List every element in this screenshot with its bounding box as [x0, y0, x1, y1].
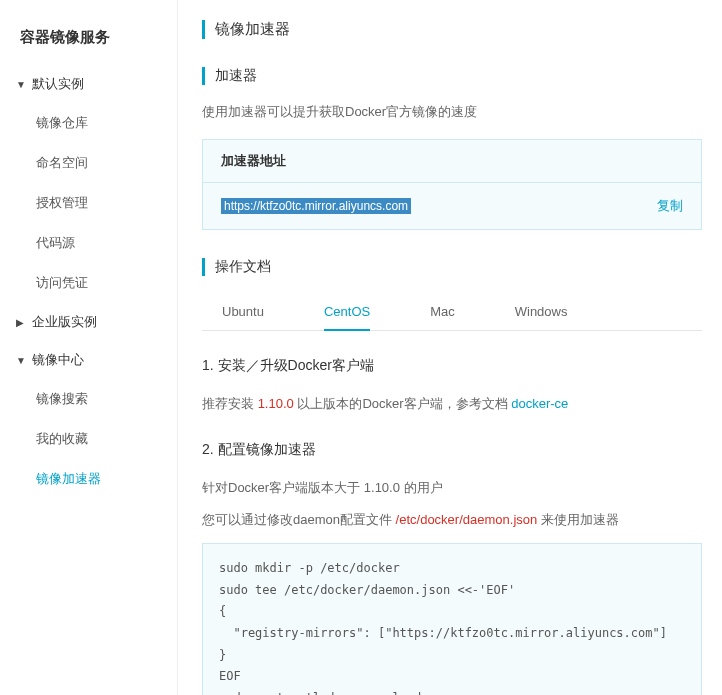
step2-title: 2. 配置镜像加速器: [202, 441, 702, 459]
sidebar-group-label: 镜像中心: [32, 351, 84, 369]
step2-line1: 针对Docker客户端版本大于 1.10.0 的用户: [202, 477, 702, 499]
sidebar-item-image-repo[interactable]: 镜像仓库: [0, 103, 177, 143]
tab-windows[interactable]: Windows: [515, 294, 568, 331]
sidebar-group-enterprise[interactable]: ▶ 企业版实例: [0, 303, 177, 341]
sidebar-group-default[interactable]: ▼ 默认实例: [0, 65, 177, 103]
accelerator-url-value: https://ktfzo0tc.mirror.aliyuncs.com: [221, 198, 411, 214]
sidebar-item-auth[interactable]: 授权管理: [0, 183, 177, 223]
step1-desc: 推荐安装 1.10.0 以上版本的Docker客户端，参考文档 docker-c…: [202, 393, 702, 415]
chevron-down-icon: ▼: [16, 355, 26, 366]
sidebar-group-image-center[interactable]: ▼ 镜像中心: [0, 341, 177, 379]
sidebar-title: 容器镜像服务: [0, 20, 177, 65]
section-accelerator-title: 加速器: [202, 67, 702, 85]
code-block: sudo mkdir -p /etc/docker sudo tee /etc/…: [202, 543, 702, 695]
chevron-right-icon: ▶: [16, 317, 26, 328]
section-docs-title: 操作文档: [202, 258, 702, 276]
tab-centos[interactable]: CentOS: [324, 294, 370, 331]
sidebar: 容器镜像服务 ▼ 默认实例 镜像仓库 命名空间 授权管理 代码源 访问凭证 ▶ …: [0, 0, 178, 695]
sidebar-item-credentials[interactable]: 访问凭证: [0, 263, 177, 303]
sidebar-item-namespace[interactable]: 命名空间: [0, 143, 177, 183]
sidebar-group-label: 默认实例: [32, 75, 84, 93]
step1-title: 1. 安装／升级Docker客户端: [202, 357, 702, 375]
tab-mac[interactable]: Mac: [430, 294, 455, 331]
accelerator-desc: 使用加速器可以提升获取Docker官方镜像的速度: [202, 103, 702, 121]
page-title: 镜像加速器: [202, 20, 702, 39]
sidebar-group-label: 企业版实例: [32, 313, 97, 331]
main-content: 镜像加速器 加速器 使用加速器可以提升获取Docker官方镜像的速度 加速器地址…: [178, 0, 722, 695]
copy-button[interactable]: 复制: [657, 197, 683, 215]
docker-ce-link[interactable]: docker-ce: [511, 396, 568, 411]
step1-mid: 以上版本的Docker客户端，参考文档: [294, 396, 511, 411]
os-tabs: Ubuntu CentOS Mac Windows: [202, 294, 702, 331]
step2-line2: 您可以通过修改daemon配置文件 /etc/docker/daemon.jso…: [202, 509, 702, 531]
step1-version: 1.10.0: [258, 396, 294, 411]
sidebar-item-image-search[interactable]: 镜像搜索: [0, 379, 177, 419]
sidebar-item-code-source[interactable]: 代码源: [0, 223, 177, 263]
sidebar-item-accelerator[interactable]: 镜像加速器: [0, 459, 177, 499]
accelerator-url-box: 加速器地址 https://ktfzo0tc.mirror.aliyuncs.c…: [202, 139, 702, 230]
chevron-down-icon: ▼: [16, 79, 26, 90]
tab-ubuntu[interactable]: Ubuntu: [222, 294, 264, 331]
sidebar-item-favorites[interactable]: 我的收藏: [0, 419, 177, 459]
accelerator-url-header: 加速器地址: [203, 140, 701, 183]
step2-line2-post: 来使用加速器: [537, 512, 619, 527]
step1-prefix: 推荐安装: [202, 396, 258, 411]
step2-line2-pre: 您可以通过修改daemon配置文件: [202, 512, 396, 527]
daemon-json-path: /etc/docker/daemon.json: [396, 512, 538, 527]
